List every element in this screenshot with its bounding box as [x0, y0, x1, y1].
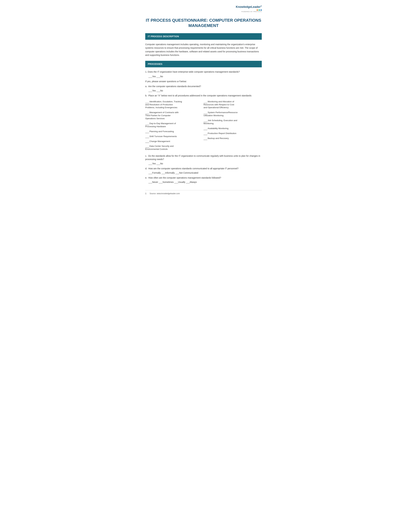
proc-r-3: Job Scheduling, Execution andMonitoring: [204, 118, 262, 126]
qe-text: e. How often are the computer operations…: [145, 176, 262, 179]
blank-l-4: [145, 133, 149, 133]
qc-label: c.: [145, 155, 148, 157]
q1-ifyes: If yes, please answer questions a-f belo…: [145, 80, 262, 83]
blank-l-5: [145, 138, 149, 138]
proc-l-6: Change Management: [145, 139, 204, 144]
section-header-processes: PROCESSES: [145, 61, 262, 67]
qd-answer: ___Formally ___Informally ___Not Communi…: [149, 171, 262, 175]
proc-l-2: Management of Contracts withThird Partie…: [145, 110, 204, 121]
qd-question: How are the computer operations standard…: [148, 167, 238, 170]
qd-label: d.: [145, 167, 148, 170]
blank-l-3: [145, 125, 149, 125]
dot-blue: [260, 9, 262, 11]
proc-l-4: Planning and Forecasting: [145, 129, 204, 134]
qe-label: e.: [145, 177, 148, 179]
section-header-description: IT PROCESS DESCRIPTION: [145, 33, 262, 40]
q1-answer: ___Yes ___No: [149, 75, 262, 78]
qe-question: How often are the computer operations ma…: [148, 177, 221, 179]
logo-dots: [236, 9, 262, 11]
qb-label: b.: [145, 94, 148, 97]
qb-question: Place an “X” below next to all procedure…: [148, 94, 252, 97]
qc-text: c. Do the standards allow for the IT org…: [145, 154, 262, 161]
logo-sub: POWERED BY PROTIVITI: [236, 11, 262, 13]
proc-l-3: Day-to-Day Management ofProcessing Hardw…: [145, 121, 204, 129]
qa-text: a. Are the computer operations standards…: [145, 85, 262, 88]
qa-question: Are the computer operations standards do…: [148, 85, 201, 88]
header-logo: KnowledgeLeader® POWERED BY PROTIVITI: [145, 5, 262, 13]
dot-orange: [257, 9, 258, 11]
logo-brand: KnowledgeLeader®: [236, 5, 262, 9]
qc-question: Do the standards allow for the IT organi…: [145, 155, 260, 161]
blank-l-6: [145, 143, 149, 143]
proc-r-2: System Performance/ResourceUtilization M…: [204, 110, 262, 118]
procedures-right-col: Monitoring and Allocation ofResources wi…: [204, 99, 262, 152]
question-1: 1. Does the IT organization have enterpr…: [145, 70, 262, 184]
blank-r-3: [204, 122, 207, 122]
blank-r-6: [204, 140, 207, 140]
procedures-left-col: Identification, Escalation, Trackingand …: [145, 99, 204, 152]
blank-r-4: [204, 130, 207, 130]
dot-teal: [258, 9, 260, 11]
qa-answer: ___Yes ___No: [149, 89, 262, 93]
procedures-grid: Identification, Escalation, Trackingand …: [145, 99, 262, 152]
q1-text: 1. Does the IT organization have enterpr…: [145, 70, 262, 74]
qe-answer: ___Never ___Sometimes ___Usually ___Alwa…: [149, 180, 262, 184]
proc-r-6: Backup and Recovery: [204, 136, 262, 141]
proc-l-7: Data Center Security andEnvironmental Co…: [145, 144, 204, 152]
proc-r-1: Monitoring and Allocation ofResources wi…: [204, 99, 262, 110]
qb-text: b. Place an “X” below next to all proced…: [145, 94, 262, 97]
proc-r-5: Production Report Distribution: [204, 131, 262, 136]
page-container: KnowledgeLeader® POWERED BY PROTIVITI IT…: [136, 0, 271, 205]
proc-r-4: Availability Monitoring: [204, 126, 262, 131]
qa-label: a.: [145, 85, 148, 88]
proc-l-1: Identification, Escalation, Trackingand …: [145, 99, 204, 110]
footer: 1 Source: www.knowledgeleader.com: [145, 190, 262, 195]
description-body: Computer operations management includes …: [145, 43, 262, 57]
qd-text: d. How are the computer operations stand…: [145, 167, 262, 170]
footer-source: Source: www.knowledgeleader.com: [149, 192, 180, 195]
proc-l-5: Shift Turnover Requirements: [145, 134, 204, 139]
qc-answer: ___Yes ___No: [149, 162, 262, 165]
page-number: 1: [145, 192, 146, 195]
main-title: IT PROCESS QUESTIONNAIRE: COMPUTER OPERA…: [145, 18, 262, 29]
